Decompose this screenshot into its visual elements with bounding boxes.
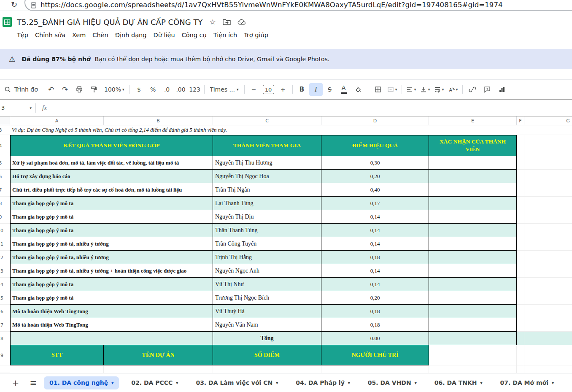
name-box[interactable]: 3 ▾	[0, 100, 35, 116]
empty-cell[interactable]	[517, 305, 524, 318]
cell-member[interactable]: Vũ Thuý Hà	[213, 305, 321, 318]
empty-cell[interactable]	[517, 291, 524, 305]
cell-task[interactable]: Tham gia họp góp ý mô tả	[10, 210, 213, 224]
menu-item[interactable]: Định dạng	[112, 30, 150, 40]
menu-item[interactable]: Tiện ích	[210, 30, 240, 40]
cell-member[interactable]: Trần Thị Ngân	[213, 183, 321, 197]
row-number[interactable]: 3	[0, 125, 10, 135]
row-number[interactable]: 15	[0, 291, 10, 305]
cloud-status-icon[interactable]	[237, 19, 246, 25]
cell-member[interactable]: Nguyễn Thị Dịu	[213, 210, 321, 224]
row-number[interactable]: 11	[0, 237, 10, 251]
text-wrap-button[interactable]: ▾	[432, 83, 446, 96]
move-folder-icon[interactable]	[223, 19, 231, 25]
empty-cell[interactable]	[524, 170, 572, 183]
chevron-down-icon[interactable]: ▾	[348, 381, 350, 385]
cell-confirmation[interactable]	[429, 332, 517, 345]
row-number[interactable]: 4	[0, 135, 10, 156]
cell-score[interactable]: 0,20	[321, 170, 429, 183]
menu-item[interactable]: Chỉnh sửa	[32, 30, 69, 40]
cell-confirmation[interactable]	[429, 183, 517, 197]
cell-member[interactable]: Thân Thanh Tùng	[213, 224, 321, 237]
merge-cells-button[interactable]: ▾	[386, 83, 399, 96]
cell-task[interactable]: Xử lý sai phạm hoá đơn, mô tả, làm việc …	[10, 156, 213, 170]
sheet-tab[interactable]: 04. DA Pháp lý ▾	[290, 376, 356, 389]
cell-confirmation[interactable]	[429, 156, 517, 170]
header-cell-score[interactable]: ĐIỂM HIỆU QUẢ	[321, 135, 429, 156]
zoom-selector[interactable]: 100%▾	[102, 83, 127, 96]
cell-score[interactable]: 0,17	[321, 197, 429, 210]
menu-item[interactable]: Xem	[69, 30, 89, 40]
header-cell-member[interactable]: THÀNH VIÊN THAM GIA	[213, 135, 321, 156]
cell-score[interactable]: 0,14	[321, 278, 429, 291]
font-selector[interactable]: Times ...▾	[207, 83, 242, 96]
cell-task[interactable]: Hỗ trợ xây dựng báo cáo	[10, 170, 213, 183]
chevron-down-icon[interactable]: ▾	[111, 381, 113, 385]
text-color-button[interactable]: A	[337, 83, 351, 96]
sheet-tab[interactable]: 01. DA công nghệ ▾	[44, 376, 119, 389]
cell-confirmation[interactable]	[429, 318, 517, 332]
sheets-logo-icon[interactable]	[2, 17, 12, 45]
column-header-d[interactable]: D	[321, 116, 429, 125]
cell-task[interactable]: Tham gia họp góp ý mô tả, nhiều ý tưởng	[10, 237, 213, 251]
empty-cell[interactable]	[517, 135, 524, 156]
cell-member[interactable]: Trịnh Thị Hằng	[213, 251, 321, 264]
row-number[interactable]: 9	[0, 210, 10, 224]
cell-member[interactable]: Trần Công Tuyến	[213, 237, 321, 251]
cell-confirmation[interactable]	[429, 291, 517, 305]
italic-button[interactable]: I	[309, 83, 323, 96]
header-cell-project-name[interactable]: TÊN DỰ ÁN	[104, 345, 213, 365]
cell-task[interactable]: Tham gia họp góp ý mô tả	[10, 291, 213, 305]
column-header-a[interactable]: A	[10, 116, 104, 125]
chevron-down-icon[interactable]: ▾	[276, 381, 278, 385]
cell-confirmation[interactable]	[429, 251, 517, 264]
cell-score[interactable]: 0,14	[321, 264, 429, 278]
cell-member[interactable]: Nguyễn Thị Thu Hương	[213, 156, 321, 170]
row-number[interactable]: 17	[0, 318, 10, 332]
cell-confirmation[interactable]	[429, 264, 517, 278]
row-number[interactable]: 19	[0, 345, 10, 365]
column-header-g[interactable]: G	[524, 116, 572, 125]
cell-member[interactable]: Trương Thị Ngọc Bích	[213, 291, 321, 305]
cell-score[interactable]: 0,18	[321, 305, 429, 318]
cell-confirmation[interactable]	[429, 224, 517, 237]
chevron-down-icon[interactable]: ▾	[552, 381, 554, 385]
font-size-input[interactable]: 10	[263, 85, 274, 94]
header-cell-lead[interactable]: NGƯỜI CHỦ TRÌ	[321, 345, 429, 365]
row-number[interactable]: 7	[0, 183, 10, 197]
cell-score[interactable]: 0,40	[321, 183, 429, 197]
empty-cell[interactable]	[213, 365, 321, 373]
decrease-decimal-button[interactable]: .0	[160, 83, 174, 96]
empty-cell[interactable]	[517, 332, 524, 345]
empty-cell[interactable]	[517, 278, 524, 291]
empty-cell[interactable]	[517, 264, 524, 278]
all-sheets-button[interactable]: ≡	[26, 376, 40, 390]
cell-score[interactable]: 0,18	[321, 318, 429, 332]
cell-task[interactable]: Chủ trì, điều phối trực tiếp hỗ trợ các …	[10, 183, 213, 197]
empty-cell[interactable]	[524, 237, 572, 251]
cell-task[interactable]: Mô tả hoàn thiện Web TingTong	[10, 305, 213, 318]
toolbar-search[interactable]: Trình đơn	[4, 86, 44, 93]
insert-comment-button[interactable]	[480, 83, 494, 96]
empty-cell[interactable]	[524, 365, 572, 373]
row-number[interactable]: 16	[0, 305, 10, 318]
empty-cell[interactable]	[10, 365, 104, 373]
formula-input[interactable]	[54, 100, 572, 116]
menu-item[interactable]: Dữ liệu	[150, 30, 178, 40]
strikethrough-button[interactable]: S	[323, 83, 337, 96]
paint-format-button[interactable]	[87, 83, 101, 96]
empty-cell[interactable]	[524, 305, 572, 318]
cell-score[interactable]: 0,30	[321, 156, 429, 170]
print-button[interactable]	[72, 83, 86, 96]
empty-cell[interactable]	[104, 365, 213, 373]
empty-cell[interactable]	[517, 170, 524, 183]
increase-font-size-button[interactable]: +	[276, 83, 290, 96]
empty-cell[interactable]	[524, 345, 572, 365]
cell-member[interactable]: Nguyễn Ngọc Anh	[213, 264, 321, 278]
empty-cell[interactable]	[524, 251, 572, 264]
more-formats-button[interactable]: 123	[188, 83, 202, 96]
reload-icon[interactable]: ↻	[11, 0, 17, 9]
cell-task[interactable]: Tham gia họp góp ý mô tả, nhiều ý tưởng …	[10, 264, 213, 278]
url-bar[interactable]: https://docs.google.com/spreadsheets/d/1…	[24, 0, 572, 11]
bold-button[interactable]: B	[295, 83, 309, 96]
